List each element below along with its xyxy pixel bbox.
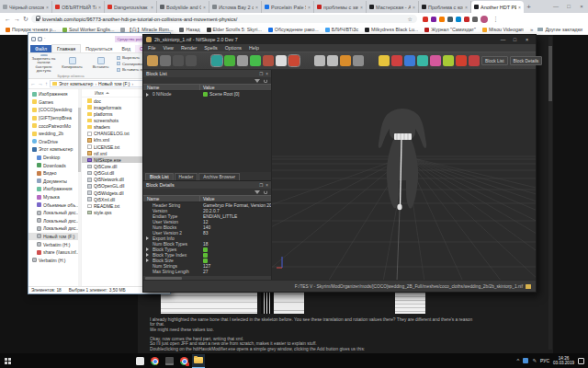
menu-item[interactable]: Render (181, 45, 197, 51)
browser-tab[interactable]: проблемы с зачар... × (314, 1, 367, 13)
detail-row[interactable]: Num Blocks 140 (143, 224, 271, 230)
textured-cube-icon[interactable] (288, 55, 300, 66)
tab-close-icon[interactable]: × (465, 5, 468, 10)
minimize-icon[interactable]: — (549, 0, 562, 13)
folder-icon[interactable] (526, 284, 531, 289)
detail-row[interactable]: Num Block Types 18 (143, 241, 271, 247)
nav-item[interactable]: share (\\asus.inf... (28, 248, 81, 257)
tray-chevron-icon[interactable]: ^ (517, 358, 520, 363)
tab-close-icon[interactable]: × (151, 5, 153, 10)
forward-icon[interactable]: → (14, 13, 20, 25)
quick-access-icon[interactable] (31, 37, 36, 41)
menu-item[interactable]: File (148, 45, 156, 51)
browser-tab[interactable]: Another HDT PE tu... × (471, 1, 524, 13)
qat-caret-icon[interactable]: ˇ (44, 37, 45, 41)
minimize-icon[interactable]: — (497, 35, 509, 44)
bookmark-item[interactable]: Назад (179, 27, 199, 33)
expand-icon[interactable] (146, 259, 149, 262)
clock[interactable]: 14:26 03.03.2019 (553, 356, 574, 365)
detail-row[interactable]: Block Size (143, 258, 271, 263)
reload-icon[interactable]: ↻ (23, 13, 28, 25)
prism-icon[interactable] (276, 55, 287, 66)
nav-item[interactable]: Изображения (28, 185, 81, 193)
tab-close-icon[interactable]: × (518, 5, 521, 10)
separator[interactable] (301, 55, 312, 66)
column-name[interactable]: Name (143, 196, 200, 201)
tab-close-icon[interactable]: × (308, 5, 311, 10)
refresh-icon[interactable] (264, 190, 267, 194)
extension-icon[interactable] (439, 17, 445, 22)
nav-item[interactable]: Локальный дис... (28, 224, 81, 233)
browser-tab[interactable]: Porcelain Pale Skin... × (262, 1, 314, 13)
ribbon-tab[interactable]: Поделиться (81, 45, 117, 52)
close-icon[interactable]: × (521, 35, 533, 44)
chrome-icon[interactable] (148, 354, 161, 368)
up-icon[interactable]: ↑ (45, 79, 48, 89)
particles-icon[interactable] (417, 55, 428, 66)
maximize-icon[interactable]: □ (509, 35, 521, 44)
close-panel-icon[interactable]: × (266, 72, 268, 76)
tab-close-icon[interactable]: × (203, 5, 206, 10)
back-icon[interactable]: ← (5, 13, 11, 25)
bookmark-item[interactable]: Обсуждение рако... (268, 27, 319, 33)
embedded-image-tables[interactable] (161, 293, 257, 314)
nifskope-title-bar[interactable]: 2b_skintorp_1.nif - NifSkope 2.0 Dev 7 —… (143, 35, 536, 44)
menu-item[interactable]: Help (249, 45, 259, 51)
new-tab-button[interactable]: + (524, 1, 534, 13)
tab-close-icon[interactable]: × (360, 5, 363, 10)
chrome-profile-icon[interactable] (177, 354, 190, 368)
bookmark-item[interactable]: Milkydress Black Lu... (365, 27, 418, 33)
nav-item[interactable]: Локальный дис... (28, 209, 81, 217)
ribbon-tab[interactable]: Вид (117, 45, 135, 52)
profile-avatar[interactable] (481, 16, 488, 23)
nav-item[interactable]: [GIFT]tempBrea (28, 114, 81, 122)
nav-item[interactable]: Verbatim (H:) (28, 240, 81, 248)
edit-mode-icon[interactable] (340, 55, 351, 66)
nav-item[interactable]: wedding_2b (28, 130, 81, 138)
save-file-icon[interactable] (160, 55, 171, 66)
nav-item[interactable]: Новый том (F:) (28, 233, 81, 241)
column-name[interactable]: Name (143, 85, 200, 90)
tab-close-icon[interactable]: × (98, 5, 101, 10)
nav-item[interactable]: Этот компьютер (28, 145, 81, 154)
pen-icon[interactable]: ✎ (532, 358, 537, 363)
nav-item[interactable]: Видео (28, 169, 81, 178)
ribbon-tab[interactable]: Файл (30, 45, 51, 52)
expand-icon[interactable] (146, 93, 149, 97)
paint-icon[interactable] (430, 55, 441, 66)
nav-item[interactable]: Games (28, 98, 81, 107)
filter-icon[interactable] (254, 79, 260, 83)
quick-access-icon2[interactable] (38, 37, 42, 41)
detail-row[interactable]: Header String Gamebryo File Format, Vers… (143, 202, 271, 208)
menu-item[interactable]: Options (225, 45, 242, 51)
expand-icon[interactable] (146, 247, 149, 251)
bookmark-item[interactable]: Журнал "Самиздат" (424, 27, 476, 33)
browser-tab[interactable]: Dangerous/как УЗ... × (105, 1, 157, 13)
language-indicator[interactable]: РУС (540, 358, 549, 363)
show-hidden-icon[interactable] (327, 55, 338, 66)
breadcrumb-segment[interactable]: Этот компьютер › (59, 81, 96, 86)
bookmarks-overflow-icon[interactable]: » (530, 27, 533, 32)
separator[interactable] (366, 55, 377, 66)
brush-icon[interactable] (469, 55, 480, 66)
extension-icon[interactable] (472, 17, 478, 22)
detail-row[interactable]: Block Types (143, 247, 271, 252)
undo-icon[interactable] (173, 55, 184, 66)
marker-pin-icon[interactable] (391, 55, 402, 66)
embedded-image-panel2[interactable] (395, 290, 425, 314)
detail-row[interactable]: Version 20.2.0.7 (143, 208, 271, 213)
maximize-icon[interactable]: □ (562, 0, 575, 13)
rotate-view-icon[interactable] (211, 55, 222, 66)
close-panel-icon[interactable]: × (266, 183, 268, 188)
screenshot-icon[interactable] (353, 55, 364, 66)
expand-icon[interactable] (146, 253, 149, 257)
browser-tab[interactable]: Чёрный список (2 × (0, 1, 52, 13)
nav-item[interactable]: Документы (28, 178, 81, 186)
breadcrumb-segment[interactable]: Новый том (F:) › (98, 81, 133, 86)
embedded-image-panel[interactable] (274, 290, 304, 314)
notification-center-icon[interactable] (578, 358, 584, 364)
nav-item[interactable]: Музыка (28, 193, 81, 201)
sphere-uv-icon[interactable] (443, 55, 454, 66)
detail-row[interactable]: Endian Type ENDIAN_LITTLE (143, 213, 271, 219)
column-value[interactable]: Value (200, 85, 271, 90)
